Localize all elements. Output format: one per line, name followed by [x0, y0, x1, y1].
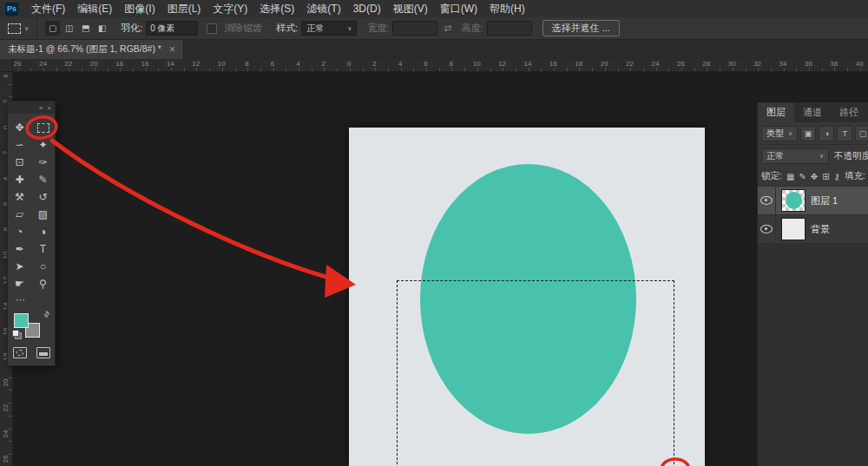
- intersect-selection-icon[interactable]: ◧: [95, 21, 109, 36]
- layer-filter-select[interactable]: 类型 ∨: [761, 126, 798, 141]
- lasso-tool[interactable]: ∽: [8, 136, 31, 154]
- subtract-from-selection-icon[interactable]: ⬒: [78, 21, 93, 36]
- brush-tool[interactable]: ✎: [31, 171, 55, 188]
- ruler-h-number: 8: [450, 60, 453, 68]
- tool-preset-picker[interactable]: ∨: [0, 17, 37, 39]
- filter-shape-icon[interactable]: ▢: [855, 126, 868, 141]
- ruler-h-number: 32: [753, 60, 761, 68]
- filter-label: 类型: [766, 128, 784, 140]
- lock-image-icon[interactable]: ✎: [799, 172, 806, 181]
- ruler-h-number: 12: [192, 60, 200, 68]
- default-colors-icon[interactable]: [12, 330, 22, 339]
- blur-tool[interactable]: ◔: [8, 223, 31, 240]
- document-canvas[interactable]: [349, 128, 705, 466]
- ruler-h-number: 18: [575, 60, 582, 68]
- lock-transparency-icon[interactable]: ▦: [786, 172, 794, 181]
- menu-item-7[interactable]: 3D(D): [347, 0, 387, 17]
- feather-input[interactable]: 0 像素: [146, 21, 198, 36]
- layer-row[interactable]: 图层 1: [758, 187, 868, 215]
- eye-icon: [760, 196, 773, 205]
- lock-position-icon[interactable]: ✥: [811, 172, 818, 181]
- panel-tab-2[interactable]: 路径: [831, 102, 867, 122]
- antialias-checkbox[interactable]: [207, 23, 217, 34]
- ruler-h-number: 6: [424, 60, 427, 68]
- ruler-h-number: 30: [728, 60, 736, 68]
- menu-item-6[interactable]: 滤镜(T): [300, 0, 346, 17]
- hand-tool[interactable]: ☛: [8, 275, 31, 292]
- gradient-tool[interactable]: ▨: [31, 206, 55, 223]
- panel-tab-1[interactable]: 通道: [794, 102, 831, 122]
- ruler-h-number: 24: [39, 60, 47, 68]
- document-tab-title: 未标题-1 @ 66.7% (图层 1, RGB/8#) *: [8, 43, 161, 56]
- swap-width-height-icon[interactable]: ⇄: [444, 23, 451, 34]
- edit-toolbar-button[interactable]: ⋯: [8, 292, 55, 306]
- zoom-tool[interactable]: ⚲: [31, 275, 55, 292]
- lock-all-icon[interactable]: ⚷: [834, 172, 840, 181]
- menu-item-9[interactable]: 窗口(W): [434, 0, 483, 17]
- layer-visibility-toggle[interactable]: [758, 187, 776, 214]
- history-brush-tool[interactable]: ↺: [31, 188, 55, 206]
- quick-mask-button[interactable]: [8, 345, 31, 360]
- swap-colors-icon[interactable]: ⇄: [42, 309, 52, 319]
- layer-thumbnail[interactable]: [781, 189, 806, 212]
- layer-visibility-toggle[interactable]: [758, 215, 776, 243]
- layer-filter-row: 类型 ∨ ▣◑T▢: [758, 122, 868, 145]
- ruler-v-number: 26: [3, 454, 10, 465]
- new-selection-icon[interactable]: ▢: [45, 21, 60, 36]
- height-input[interactable]: [487, 21, 532, 36]
- ruler-h-number: 16: [549, 60, 557, 68]
- screen-mode-button[interactable]: [31, 345, 55, 360]
- filter-image-icon[interactable]: ▣: [800, 126, 816, 141]
- add-to-selection-icon[interactable]: ◫: [62, 21, 76, 36]
- filter-type-icon[interactable]: T: [837, 126, 852, 141]
- layer-name: 图层 1: [811, 194, 838, 207]
- menu-item-4[interactable]: 文字(Y): [207, 0, 253, 17]
- eye-icon: [760, 225, 773, 233]
- rectangular-marquee-tool[interactable]: [31, 119, 55, 136]
- menu-item-8[interactable]: 视图(V): [387, 0, 434, 17]
- dodge-tool[interactable]: ◑: [31, 223, 55, 240]
- collapse-panel-icon[interactable]: «: [39, 104, 43, 112]
- layer-row[interactable]: 背景: [758, 215, 868, 244]
- style-select[interactable]: 正常 ∨: [301, 21, 357, 36]
- move-tool[interactable]: ✥: [8, 119, 31, 136]
- path-selection-tool[interactable]: ➤: [8, 258, 31, 275]
- crop-tool[interactable]: ⊡: [8, 154, 31, 171]
- filter-adjustment-icon[interactable]: ◑: [819, 126, 834, 141]
- ruler-h-number: 38: [830, 60, 838, 68]
- options-bar: ∨ ▢◫⬒◧ 羽化: 0 像素 消除锯齿 样式: 正常 ∨ 宽度: ⇄ 高度: …: [0, 17, 868, 40]
- menu-item-5[interactable]: 选择(S): [253, 0, 300, 17]
- clone-stamp-tool[interactable]: ⚒: [8, 188, 31, 206]
- width-input[interactable]: [392, 21, 437, 36]
- height-label: 高度:: [462, 22, 483, 35]
- menu-item-0[interactable]: 文件(F): [25, 0, 71, 17]
- menu-item-10[interactable]: 帮助(H): [483, 0, 531, 17]
- horizontal-ruler[interactable]: 2624222018161412108642024681012141618202…: [0, 59, 868, 72]
- document-tab-bar: 未标题-1 @ 66.7% (图层 1, RGB/8#) * ×: [0, 40, 868, 59]
- eyedropper-tool[interactable]: ✑: [31, 154, 55, 171]
- ruler-h-number: 4: [296, 60, 299, 68]
- quick-selection-tool[interactable]: ✦: [31, 136, 55, 154]
- menu-item-1[interactable]: 编辑(E): [71, 0, 118, 17]
- lock-artboard-icon[interactable]: ⊞: [822, 172, 829, 181]
- document-tab[interactable]: 未标题-1 @ 66.7% (图层 1, RGB/8#) * ×: [0, 40, 184, 59]
- ruler-v-number: 24: [3, 428, 10, 439]
- eraser-tool[interactable]: ▱: [8, 206, 31, 223]
- foreground-color-swatch[interactable]: [14, 313, 29, 328]
- ruler-h-number: 34: [779, 60, 787, 68]
- pen-tool[interactable]: ✒: [8, 240, 31, 258]
- close-panel-icon[interactable]: ×: [47, 104, 51, 112]
- type-tool[interactable]: T: [31, 240, 55, 258]
- panel-tab-0[interactable]: 图层: [758, 102, 794, 122]
- layer-thumbnail[interactable]: [781, 218, 806, 240]
- ellipse-tool[interactable]: ○: [31, 258, 55, 275]
- marquee-selection-rectangle[interactable]: [397, 280, 674, 466]
- select-and-mask-button[interactable]: 选择并遮住 ...: [542, 20, 620, 36]
- menu-item-3[interactable]: 图层(L): [161, 0, 207, 17]
- menu-item-2[interactable]: 图像(I): [118, 0, 161, 17]
- selection-mode-group: ▢◫⬒◧: [45, 21, 109, 36]
- close-icon[interactable]: ×: [169, 44, 175, 55]
- healing-brush-tool[interactable]: ✚: [8, 171, 31, 188]
- ruler-h-number: 10: [473, 60, 481, 68]
- blend-mode-select[interactable]: 正常 ∨: [761, 148, 829, 164]
